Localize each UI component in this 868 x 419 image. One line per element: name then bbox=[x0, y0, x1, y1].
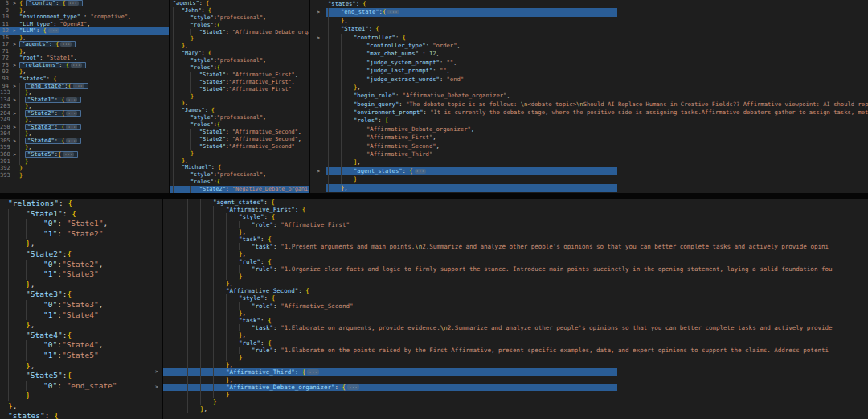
code-line[interactable]: }, bbox=[170, 100, 310, 107]
code-line[interactable]: "roles":{ bbox=[170, 121, 310, 129]
code-line[interactable]: "rule": "1.Elaborate on the points raise… bbox=[151, 347, 868, 354]
folded-region-box[interactable]: "config": {··· bbox=[26, 0, 82, 6]
code-line[interactable]: "relations": { bbox=[0, 199, 163, 209]
code-line[interactable]: "controller_type": "order", bbox=[310, 42, 868, 50]
code-line[interactable]: "Affirmative_Third" bbox=[310, 150, 868, 158]
code-line[interactable]: "0": "State1", bbox=[0, 219, 163, 229]
code-line[interactable]: "1":"State3" bbox=[0, 269, 163, 280]
code-line[interactable]: 73>"relations": {··· bbox=[0, 62, 170, 69]
code-line[interactable]: }, bbox=[151, 331, 868, 339]
code-line[interactable]: 94>"end_state":{··· bbox=[0, 83, 170, 90]
folded-region-box[interactable]: "agents": {··· bbox=[19, 41, 76, 47]
code-line[interactable]: 360>"State5":{··· bbox=[0, 151, 170, 158]
code-line[interactable]: "0": "end_state" bbox=[0, 381, 163, 392]
code-line[interactable]: }, bbox=[0, 320, 163, 331]
code-line[interactable]: } bbox=[151, 354, 868, 361]
code-line[interactable]: "State1": { bbox=[310, 25, 868, 33]
code-line[interactable]: "Affirmative_First": { bbox=[151, 206, 868, 213]
code-line[interactable]: }, bbox=[310, 184, 868, 192]
code-line[interactable]: } bbox=[151, 398, 868, 405]
code-line[interactable]: }, bbox=[0, 401, 163, 412]
code-line[interactable]: "1": "State2" bbox=[0, 229, 163, 240]
code-line[interactable]: "State2": "Affirmative_Second", bbox=[170, 136, 310, 143]
code-line[interactable]: "State2":{ bbox=[0, 249, 163, 260]
code-line[interactable]: "style":"professional", bbox=[170, 171, 310, 179]
code-line[interactable]: "State2": "Negative_Debate_organizer" bbox=[170, 186, 310, 193]
code-line[interactable]: "0":"State2", bbox=[0, 260, 163, 270]
code-line[interactable]: "1":"State5" bbox=[0, 351, 163, 361]
code-line[interactable]: "roles":{ bbox=[170, 22, 310, 29]
folded-region-box[interactable]: "State5":{··· bbox=[25, 151, 78, 158]
fold-chevron-icon[interactable]: > bbox=[11, 62, 18, 69]
code-line[interactable]: } bbox=[151, 273, 868, 280]
code-line[interactable]: 11"LLM_type": "OpenAI", bbox=[0, 21, 170, 28]
folded-region-box[interactable]: "State2": {··· bbox=[25, 110, 81, 117]
code-line[interactable]: }, bbox=[170, 158, 310, 165]
fold-chevron-icon[interactable]: > bbox=[11, 138, 18, 145]
code-line[interactable]: "State1": "Affirmative_Second", bbox=[170, 129, 310, 136]
code-line[interactable]: }, bbox=[0, 361, 163, 372]
fold-chevron-icon[interactable]: > bbox=[11, 41, 18, 48]
code-area[interactable]: "agent_states": {"Affirmative_First": {"… bbox=[151, 199, 868, 413]
code-line[interactable]: "roles":{ bbox=[170, 64, 310, 72]
fold-chevron-icon[interactable]: > bbox=[151, 384, 162, 391]
code-line[interactable]: "style": { bbox=[151, 294, 868, 302]
code-line[interactable]: "roles": [ bbox=[310, 117, 868, 125]
code-line[interactable]: >"controller": { bbox=[310, 34, 868, 42]
code-line[interactable]: "State5":{ bbox=[0, 371, 163, 381]
code-line[interactable]: } bbox=[310, 175, 868, 183]
code-line[interactable]: "State4":{ bbox=[0, 331, 163, 341]
code-line[interactable]: } bbox=[170, 35, 310, 43]
code-line[interactable]: "task": { bbox=[151, 236, 868, 243]
code-line[interactable]: 392} bbox=[0, 165, 170, 172]
folded-region-box[interactable]: "relations": {··· bbox=[19, 62, 86, 68]
code-line[interactable]: "style":"professional", bbox=[170, 14, 310, 22]
code-line[interactable]: "roles":{ bbox=[170, 179, 310, 186]
fold-chevron-icon[interactable]: > bbox=[151, 368, 162, 376]
code-line[interactable]: "State1": "Affirmative_Debate_organizer" bbox=[170, 29, 310, 36]
code-line[interactable]: "begin_role": "Affirmative_Debate_organi… bbox=[310, 92, 868, 100]
folded-region-box[interactable]: "State3": {··· bbox=[25, 124, 81, 130]
fold-chevron-icon[interactable]: > bbox=[11, 97, 18, 104]
code-line[interactable]: 359}, bbox=[0, 144, 170, 151]
code-line[interactable]: }, bbox=[151, 405, 868, 413]
code-line[interactable]: "rule": { bbox=[151, 258, 868, 265]
code-line[interactable]: 204>"State2": {··· bbox=[0, 110, 170, 117]
code-area[interactable]: 3>{ "config": {···9},10"environment_type… bbox=[0, 0, 170, 179]
code-line[interactable]: 250>"State3": {··· bbox=[0, 124, 170, 131]
code-line[interactable]: "style": { bbox=[151, 213, 868, 220]
code-line[interactable]: }, bbox=[310, 17, 868, 25]
code-line[interactable]: "role": "Affirmative_First" bbox=[151, 221, 868, 228]
code-line[interactable]: }, bbox=[151, 250, 868, 257]
code-line[interactable]: "max_chat_nums" : 12, bbox=[310, 50, 868, 58]
code-line[interactable]: "style":"professional", bbox=[170, 57, 310, 64]
code-line[interactable]: "agent_states": { bbox=[151, 199, 868, 206]
code-line[interactable]: 249}, bbox=[0, 117, 170, 124]
code-line[interactable]: "1":"State4" bbox=[0, 310, 163, 321]
code-line[interactable]: }, bbox=[151, 310, 868, 317]
code-line[interactable]: "states": { bbox=[310, 0, 868, 8]
code-line[interactable]: "Affirmative_Debate_organizer", bbox=[310, 125, 868, 134]
code-line[interactable]: "style":"professional", bbox=[170, 114, 310, 121]
code-line[interactable]: "Michael": { bbox=[170, 164, 310, 171]
code-line[interactable]: }, bbox=[310, 84, 868, 92]
code-line[interactable]: "Affirmative_Second", bbox=[310, 142, 868, 150]
code-area[interactable]: "relations": {"State1": {"0": "State1","… bbox=[0, 199, 163, 419]
code-line[interactable]: 304}, bbox=[0, 130, 170, 138]
code-line[interactable]: 393} bbox=[0, 172, 170, 179]
code-line[interactable]: 16}, bbox=[0, 35, 170, 42]
code-line[interactable]: "states": { bbox=[0, 411, 163, 419]
code-line[interactable]: 133}, bbox=[0, 89, 170, 97]
code-line[interactable]: "task": "1.Elaborate on arguments, provi… bbox=[151, 324, 868, 331]
fold-chevron-icon[interactable]: > bbox=[310, 167, 326, 175]
code-line[interactable]: 17>"agents": {··· bbox=[0, 41, 170, 48]
code-line[interactable]: 72"root": "State1", bbox=[0, 55, 170, 62]
code-line[interactable]: "0":"State3", bbox=[0, 300, 163, 310]
code-line[interactable]: "State3":{ bbox=[0, 290, 163, 300]
code-line[interactable]: "role": "Affirmative_Second" bbox=[151, 302, 868, 310]
code-line[interactable]: 3>{ "config": {··· bbox=[0, 0, 170, 7]
code-line[interactable]: "judge_system_prompt": "", bbox=[310, 59, 868, 67]
code-line[interactable]: } bbox=[0, 391, 163, 401]
folded-region-box[interactable]: "State4": {··· bbox=[25, 138, 81, 144]
code-line[interactable]: "State4":"Affirmative_First" bbox=[170, 86, 310, 93]
